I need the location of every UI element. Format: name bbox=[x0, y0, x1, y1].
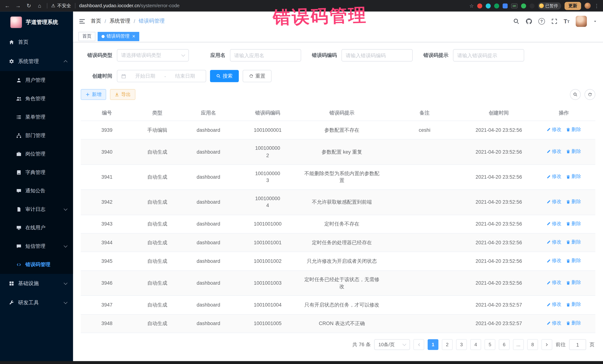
error-type-select[interactable]: 请选择错误码类型 bbox=[117, 49, 189, 61]
next-page-button[interactable] bbox=[541, 339, 552, 350]
bookmark-star-icon[interactable]: ☆ bbox=[469, 3, 474, 9]
edit-icon bbox=[546, 222, 551, 226]
extension-icon-leaf[interactable] bbox=[521, 3, 526, 8]
edit-link[interactable]: 修改 bbox=[546, 199, 561, 205]
edit-link[interactable]: 修改 bbox=[546, 148, 561, 155]
sidebar-item[interactable]: 用户管理 bbox=[0, 71, 73, 89]
delete-link[interactable]: 删除 bbox=[566, 220, 581, 227]
tab-close-icon[interactable]: × bbox=[132, 33, 135, 39]
page-button[interactable]: 5 bbox=[485, 339, 495, 350]
reset-button[interactable]: 重置 bbox=[243, 70, 271, 82]
table-row: 3948自动生成dashboard1001001005CRON 表达式不正确20… bbox=[81, 314, 595, 333]
search-button[interactable]: 搜索 bbox=[210, 70, 239, 82]
app-name-input[interactable] bbox=[234, 53, 297, 58]
breadcrumb-item[interactable]: 首页 bbox=[91, 18, 101, 24]
date-range-picker[interactable]: 开始日期 - 结束日期 bbox=[117, 70, 206, 82]
delete-link[interactable]: 删除 bbox=[566, 258, 581, 264]
cell-code: 1001000002 bbox=[235, 139, 300, 165]
add-button[interactable]: 新增 bbox=[81, 89, 106, 100]
extension-icon-blue-grid[interactable] bbox=[503, 3, 508, 8]
browser-forward-icon[interactable]: → bbox=[15, 3, 22, 9]
avatar-caret-down-icon[interactable] bbox=[593, 19, 597, 23]
font-size-icon[interactable]: TT bbox=[564, 18, 570, 24]
extension-icon-teal[interactable] bbox=[486, 3, 491, 8]
toggle-search-button[interactable] bbox=[570, 89, 581, 100]
sidebar-item[interactable]: 部门管理 bbox=[0, 126, 73, 145]
edit-icon bbox=[546, 259, 551, 263]
sidebar-item[interactable]: 短信管理 bbox=[0, 237, 73, 255]
edit-link[interactable]: 修改 bbox=[546, 301, 561, 308]
edit-link[interactable]: 修改 bbox=[546, 258, 561, 264]
delete-link[interactable]: 删除 bbox=[566, 279, 581, 286]
page-button[interactable]: 6 bbox=[499, 339, 510, 350]
browser-home-icon[interactable]: ⌂ bbox=[36, 3, 43, 9]
browser-profile-avatar[interactable] bbox=[585, 3, 591, 9]
sidebar-item[interactable]: 审计日志 bbox=[0, 200, 73, 219]
error-hint-input[interactable] bbox=[457, 53, 520, 58]
browser-refresh-icon[interactable]: ↻ bbox=[25, 3, 32, 9]
page-ellipsis[interactable]: ... bbox=[513, 339, 524, 350]
cell-remark bbox=[384, 165, 465, 190]
user-avatar[interactable] bbox=[576, 16, 587, 27]
prev-page-button[interactable] bbox=[413, 339, 424, 350]
breadcrumb-item[interactable]: 系统管理 bbox=[109, 18, 130, 24]
sidebar-item[interactable]: 角色管理 bbox=[0, 89, 73, 108]
extension-on-badge[interactable]: on bbox=[511, 3, 518, 8]
extension-icon-pin[interactable] bbox=[530, 3, 534, 8]
goto-page-input[interactable] bbox=[569, 339, 586, 350]
delete-link[interactable]: 删除 bbox=[566, 173, 581, 180]
paused-badge[interactable]: 已暂停 bbox=[538, 2, 561, 9]
sidebar-item[interactable]: 岗位管理 bbox=[0, 145, 73, 163]
sidebar-item[interactable]: 首页 bbox=[0, 33, 73, 52]
edit-link[interactable]: 修改 bbox=[546, 320, 561, 327]
header-search-button[interactable] bbox=[513, 18, 519, 24]
github-icon[interactable] bbox=[526, 18, 532, 24]
tab-item[interactable]: 首页 bbox=[79, 32, 95, 41]
refresh-table-button[interactable] bbox=[585, 89, 595, 100]
app-logo[interactable]: 芋道管理系统 bbox=[0, 11, 73, 33]
edit-link[interactable]: 修改 bbox=[546, 220, 561, 227]
delete-link[interactable]: 删除 bbox=[566, 148, 581, 155]
tab-item[interactable]: 错误码管理× bbox=[98, 32, 139, 41]
sidebar-item[interactable]: 研发工具 bbox=[0, 293, 73, 312]
delete-link[interactable]: 删除 bbox=[566, 301, 581, 308]
extension-icon-green[interactable] bbox=[494, 3, 499, 8]
column-header: 创建时间 bbox=[465, 105, 532, 121]
delete-link[interactable]: 删除 bbox=[566, 199, 581, 205]
sidebar-toggle-icon[interactable] bbox=[79, 18, 85, 24]
sidebar-item[interactable]: 系统管理 bbox=[0, 52, 73, 71]
delete-link[interactable]: 删除 bbox=[566, 239, 581, 246]
sidebar-item[interactable]: 通知公告 bbox=[0, 182, 73, 200]
delete-link[interactable]: 删除 bbox=[566, 320, 581, 327]
edit-link[interactable]: 修改 bbox=[546, 279, 561, 286]
export-button[interactable]: 导出 bbox=[110, 89, 135, 100]
sidebar-item[interactable]: 错误码管理 bbox=[0, 255, 73, 274]
page-button[interactable]: 8 bbox=[527, 339, 538, 350]
delete-link[interactable]: 删除 bbox=[566, 126, 581, 133]
error-code-input[interactable] bbox=[346, 53, 408, 58]
browser-menu-icon[interactable]: ⋮ bbox=[594, 3, 599, 9]
filter-time-label: 创建时间 bbox=[81, 73, 112, 79]
sidebar-item[interactable]: 字典管理 bbox=[0, 163, 73, 182]
extension-icon-red[interactable] bbox=[477, 3, 482, 8]
sidebar-item[interactable]: 基础设施 bbox=[0, 274, 73, 293]
help-icon[interactable]: ? bbox=[538, 18, 545, 24]
edit-link[interactable]: 修改 bbox=[546, 126, 561, 133]
page-size-select[interactable]: 10条/页 bbox=[374, 339, 410, 350]
sidebar-item[interactable]: 菜单管理 bbox=[0, 108, 73, 126]
fullscreen-icon[interactable] bbox=[551, 18, 557, 24]
edit-link[interactable]: 修改 bbox=[546, 173, 561, 180]
security-warning[interactable]: ⚠ 不安全 bbox=[51, 2, 71, 9]
page-button[interactable]: 4 bbox=[470, 339, 481, 350]
edit-icon bbox=[546, 240, 551, 244]
sidebar-item[interactable]: 在线用户 bbox=[0, 219, 73, 237]
page-button[interactable]: 1 bbox=[428, 339, 439, 350]
page-button[interactable]: 2 bbox=[442, 339, 453, 350]
page-button[interactable]: 3 bbox=[456, 339, 467, 350]
column-header: 备注 bbox=[384, 105, 465, 121]
browser-update-button[interactable]: 更新 bbox=[565, 2, 581, 10]
address-bar[interactable]: dashboard.yudao.iocoder.cn/system/error-… bbox=[79, 3, 180, 9]
chevron-left-icon bbox=[416, 342, 421, 347]
browser-back-icon[interactable]: ← bbox=[4, 3, 11, 9]
edit-link[interactable]: 修改 bbox=[546, 239, 561, 246]
